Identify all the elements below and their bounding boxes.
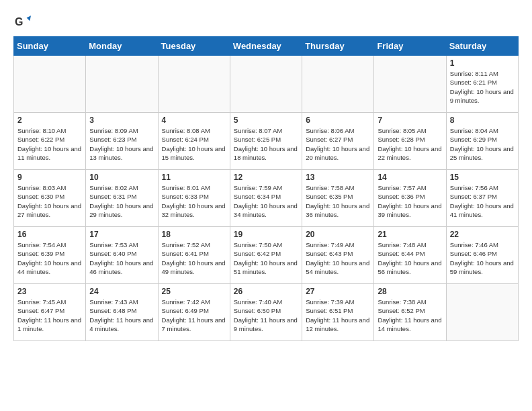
calendar-cell: 21Sunrise: 7:48 AM Sunset: 6:44 PM Dayli… [374, 227, 446, 284]
day-number: 26 [234, 287, 298, 296]
day-number: 5 [234, 116, 298, 125]
calendar-week-0: 1Sunrise: 8:11 AM Sunset: 6:21 PM Daylig… [14, 56, 519, 113]
day-header-saturday: Saturday [446, 37, 518, 56]
day-info: Sunrise: 7:38 AM Sunset: 6:52 PM Dayligh… [378, 298, 442, 333]
svg-text:G: G [15, 16, 23, 28]
calendar-cell: 15Sunrise: 7:56 AM Sunset: 6:37 PM Dayli… [446, 170, 518, 227]
day-info: Sunrise: 8:09 AM Sunset: 6:23 PM Dayligh… [89, 126, 154, 162]
day-info: Sunrise: 7:48 AM Sunset: 6:44 PM Dayligh… [378, 240, 442, 276]
calendar-cell: 6Sunrise: 8:06 AM Sunset: 6:27 PM Daylig… [302, 113, 374, 170]
calendar-cell: 17Sunrise: 7:53 AM Sunset: 6:40 PM Dayli… [86, 227, 158, 284]
day-number: 10 [89, 173, 154, 182]
calendar-week-2: 9Sunrise: 8:03 AM Sunset: 6:30 PM Daylig… [14, 170, 519, 227]
calendar-cell [446, 284, 518, 341]
calendar-cell: 23Sunrise: 7:45 AM Sunset: 6:47 PM Dayli… [14, 284, 86, 341]
day-number: 1 [450, 58, 515, 68]
calendar-cell: 4Sunrise: 8:08 AM Sunset: 6:24 PM Daylig… [158, 113, 230, 170]
calendar-week-3: 16Sunrise: 7:54 AM Sunset: 6:39 PM Dayli… [14, 227, 519, 284]
day-number: 19 [234, 230, 298, 239]
day-number: 27 [306, 287, 370, 296]
calendar-week-4: 23Sunrise: 7:45 AM Sunset: 6:47 PM Dayli… [14, 284, 519, 341]
calendar-cell: 27Sunrise: 7:39 AM Sunset: 6:51 PM Dayli… [302, 284, 374, 341]
calendar-table: SundayMondayTuesdayWednesdayThursdayFrid… [13, 36, 519, 341]
day-header-monday: Monday [86, 37, 158, 56]
day-info: Sunrise: 8:11 AM Sunset: 6:21 PM Dayligh… [450, 69, 515, 105]
day-info: Sunrise: 8:02 AM Sunset: 6:31 PM Dayligh… [89, 183, 154, 219]
day-number: 23 [17, 287, 82, 296]
calendar-cell: 3Sunrise: 8:09 AM Sunset: 6:23 PM Daylig… [86, 113, 158, 170]
day-info: Sunrise: 8:07 AM Sunset: 6:25 PM Dayligh… [234, 126, 298, 162]
calendar-cell: 14Sunrise: 7:57 AM Sunset: 6:36 PM Dayli… [374, 170, 446, 227]
day-number: 28 [378, 287, 442, 296]
day-number: 25 [162, 287, 226, 296]
calendar-cell [86, 56, 158, 113]
day-number: 9 [17, 173, 82, 182]
calendar-cell: 12Sunrise: 7:59 AM Sunset: 6:34 PM Dayli… [230, 170, 302, 227]
day-info: Sunrise: 7:54 AM Sunset: 6:39 PM Dayligh… [17, 240, 82, 276]
calendar-cell: 22Sunrise: 7:46 AM Sunset: 6:46 PM Dayli… [446, 227, 518, 284]
calendar-cell: 18Sunrise: 7:52 AM Sunset: 6:41 PM Dayli… [158, 227, 230, 284]
calendar-cell: 10Sunrise: 8:02 AM Sunset: 6:31 PM Dayli… [86, 170, 158, 227]
day-info: Sunrise: 8:06 AM Sunset: 6:27 PM Dayligh… [306, 126, 370, 162]
calendar-cell: 28Sunrise: 7:38 AM Sunset: 6:52 PM Dayli… [374, 284, 446, 341]
calendar-week-1: 2Sunrise: 8:10 AM Sunset: 6:22 PM Daylig… [14, 113, 519, 170]
day-info: Sunrise: 7:50 AM Sunset: 6:42 PM Dayligh… [234, 240, 298, 276]
day-number: 22 [450, 230, 515, 239]
day-info: Sunrise: 8:08 AM Sunset: 6:24 PM Dayligh… [162, 126, 226, 162]
day-number: 14 [378, 173, 442, 182]
day-number: 12 [234, 173, 298, 182]
day-number: 13 [306, 173, 370, 182]
day-info: Sunrise: 7:45 AM Sunset: 6:47 PM Dayligh… [17, 298, 82, 333]
day-number: 17 [89, 230, 154, 239]
svg-marker-1 [27, 15, 31, 21]
calendar-cell: 16Sunrise: 7:54 AM Sunset: 6:39 PM Dayli… [14, 227, 86, 284]
calendar-cell: 25Sunrise: 7:42 AM Sunset: 6:49 PM Dayli… [158, 284, 230, 341]
calendar-cell: 19Sunrise: 7:50 AM Sunset: 6:42 PM Dayli… [230, 227, 302, 284]
calendar-cell [374, 56, 446, 113]
calendar-cell: 26Sunrise: 7:40 AM Sunset: 6:50 PM Dayli… [230, 284, 302, 341]
calendar-cell: 7Sunrise: 8:05 AM Sunset: 6:28 PM Daylig… [374, 113, 446, 170]
calendar-cell: 2Sunrise: 8:10 AM Sunset: 6:22 PM Daylig… [14, 113, 86, 170]
calendar-cell: 1Sunrise: 8:11 AM Sunset: 6:21 PM Daylig… [446, 56, 518, 113]
day-info: Sunrise: 7:46 AM Sunset: 6:46 PM Dayligh… [450, 240, 515, 276]
day-number: 15 [450, 173, 515, 182]
day-info: Sunrise: 8:05 AM Sunset: 6:28 PM Dayligh… [378, 126, 442, 162]
day-number: 16 [17, 230, 82, 239]
day-info: Sunrise: 7:53 AM Sunset: 6:40 PM Dayligh… [89, 240, 154, 276]
day-number: 3 [89, 116, 154, 125]
calendar-cell [158, 56, 230, 113]
day-info: Sunrise: 7:39 AM Sunset: 6:51 PM Dayligh… [306, 298, 370, 333]
day-header-sunday: Sunday [14, 37, 86, 56]
day-number: 18 [162, 230, 226, 239]
day-info: Sunrise: 7:40 AM Sunset: 6:50 PM Dayligh… [234, 298, 298, 333]
calendar-cell: 5Sunrise: 8:07 AM Sunset: 6:25 PM Daylig… [230, 113, 302, 170]
day-info: Sunrise: 7:52 AM Sunset: 6:41 PM Dayligh… [162, 240, 226, 276]
day-info: Sunrise: 8:10 AM Sunset: 6:22 PM Dayligh… [17, 126, 82, 162]
day-info: Sunrise: 8:04 AM Sunset: 6:29 PM Dayligh… [450, 126, 515, 162]
day-info: Sunrise: 7:58 AM Sunset: 6:35 PM Dayligh… [306, 183, 370, 219]
day-info: Sunrise: 7:42 AM Sunset: 6:49 PM Dayligh… [162, 298, 226, 333]
calendar-cell: 24Sunrise: 7:43 AM Sunset: 6:48 PM Dayli… [86, 284, 158, 341]
day-number: 6 [306, 116, 370, 125]
day-number: 7 [378, 116, 442, 125]
day-number: 24 [89, 287, 154, 296]
calendar-cell [230, 56, 302, 113]
calendar-cell [302, 56, 374, 113]
day-number: 20 [306, 230, 370, 239]
day-info: Sunrise: 8:03 AM Sunset: 6:30 PM Dayligh… [17, 183, 82, 219]
day-number: 2 [17, 116, 82, 125]
day-number: 21 [378, 230, 442, 239]
calendar-cell [14, 56, 86, 113]
day-header-thursday: Thursday [302, 37, 374, 56]
day-number: 8 [450, 116, 515, 125]
calendar-cell: 11Sunrise: 8:01 AM Sunset: 6:33 PM Dayli… [158, 170, 230, 227]
logo: G [13, 13, 31, 30]
day-header-tuesday: Tuesday [158, 37, 230, 56]
calendar-cell: 9Sunrise: 8:03 AM Sunset: 6:30 PM Daylig… [14, 170, 86, 227]
day-info: Sunrise: 8:01 AM Sunset: 6:33 PM Dayligh… [162, 183, 226, 219]
day-info: Sunrise: 7:57 AM Sunset: 6:36 PM Dayligh… [378, 183, 442, 219]
day-info: Sunrise: 7:56 AM Sunset: 6:37 PM Dayligh… [450, 183, 515, 219]
calendar-cell: 8Sunrise: 8:04 AM Sunset: 6:29 PM Daylig… [446, 113, 518, 170]
day-info: Sunrise: 7:49 AM Sunset: 6:43 PM Dayligh… [306, 240, 370, 276]
day-info: Sunrise: 7:59 AM Sunset: 6:34 PM Dayligh… [234, 183, 298, 219]
